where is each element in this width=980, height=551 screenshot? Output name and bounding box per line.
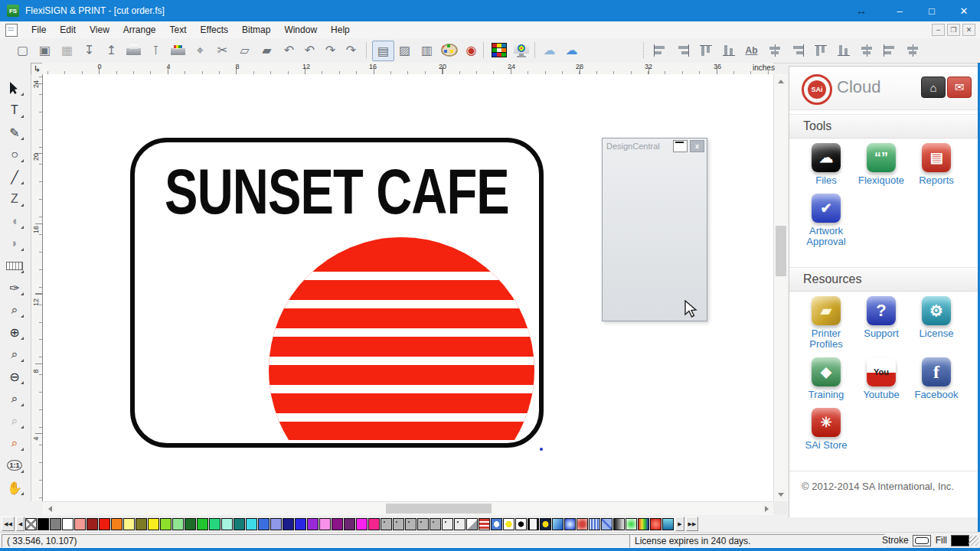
paste-object-button[interactable]: ▰ — [256, 41, 277, 60]
swatch-splash[interactable] — [491, 518, 502, 530]
open-document-button[interactable]: ▣ — [34, 41, 55, 60]
cloud-files-item[interactable]: ☁ Files — [799, 143, 854, 186]
line-tool[interactable]: ╱ — [3, 167, 26, 187]
zoom-inactive-tool[interactable]: ⌕ — [3, 411, 26, 431]
vertical-scrollbar[interactable] — [773, 74, 788, 501]
swatch-white[interactable] — [62, 518, 74, 530]
zoom-out-tool[interactable]: ⊖ — [3, 367, 26, 386]
swatch-plum[interactable] — [344, 518, 355, 530]
align-right-edges-button[interactable] — [672, 41, 693, 60]
toolbar-separator[interactable] — [534, 42, 535, 58]
swatch-gray[interactable] — [50, 518, 61, 530]
swatch-dark-green[interactable] — [185, 518, 196, 530]
horizontal-scroll-thumb[interactable] — [386, 504, 492, 514]
distribute-bottom-button[interactable] — [833, 41, 854, 60]
toolbar-separator[interactable] — [366, 42, 367, 58]
zoom-page-tool[interactable]: ⌕ — [3, 344, 26, 364]
distribute-center-button[interactable] — [856, 41, 877, 60]
swatch-wave[interactable] — [552, 518, 564, 530]
swatch-yellow-circle[interactable] — [503, 518, 514, 530]
swatch-tint-5[interactable] — [430, 518, 441, 530]
swatch-dark-red[interactable] — [87, 518, 98, 530]
minimize-button[interactable]: – — [884, 0, 916, 21]
distribute-h-button[interactable] — [879, 41, 900, 60]
cloud-printer-profiles-item[interactable]: ▰ Printer Profiles — [799, 296, 854, 350]
cloud-facebook-item[interactable]: f Facebook — [909, 357, 964, 400]
swatch-bowtie[interactable] — [528, 518, 539, 530]
zigzag-tool[interactable]: Z — [3, 189, 26, 209]
swatch-tint-3[interactable] — [405, 518, 416, 530]
swatch-no-color[interactable] — [25, 518, 37, 530]
color-mixer-button[interactable] — [488, 41, 509, 60]
shape-tool-2[interactable]: ◗ — [3, 233, 26, 253]
palette-next-button[interactable]: ▶ — [675, 517, 684, 531]
swatch-green-radial[interactable] — [626, 518, 637, 530]
cloud-sai-store-item[interactable]: ✳ SAi Store — [799, 408, 854, 451]
distribute-top-button[interactable] — [810, 41, 831, 60]
zoom-area-tool[interactable]: ⌕ — [3, 389, 26, 409]
palette-last-button[interactable]: ▶▶ — [686, 517, 699, 531]
cloud-support-item[interactable]: ? Support — [854, 296, 909, 350]
swatch-gray-gradient[interactable] — [613, 518, 625, 530]
undo-history-button[interactable]: ↶ — [299, 41, 320, 60]
scroll-up-button[interactable] — [776, 76, 786, 86]
swatch-yellow-green[interactable] — [160, 518, 172, 530]
zoom-in-tool[interactable]: ⊕ — [3, 322, 26, 342]
distribute-v-button[interactable] — [902, 41, 923, 60]
swatch-blue-cross[interactable] — [601, 518, 612, 530]
swatch-tint-1[interactable] — [381, 518, 392, 530]
print-button[interactable] — [123, 41, 144, 60]
display-profile-button[interactable] — [511, 41, 531, 60]
print-and-cut-button[interactable] — [168, 41, 188, 60]
swatch-pale-cyan[interactable] — [221, 518, 233, 530]
swatch-tint-2[interactable] — [393, 518, 404, 530]
measure-tool[interactable] — [3, 256, 26, 276]
scroll-left-button[interactable] — [44, 504, 55, 514]
swatch-periwinkle[interactable] — [270, 518, 282, 530]
swatch-orange[interactable] — [111, 518, 122, 530]
cut-plot-button[interactable]: ⊺ — [145, 41, 166, 60]
scroll-right-button[interactable] — [761, 504, 772, 514]
color-palette-button[interactable] — [439, 41, 459, 60]
export-file-button[interactable]: ↥ — [101, 41, 122, 60]
align-center-v-button[interactable] — [787, 41, 808, 60]
save-document-button[interactable]: ▦ — [57, 41, 77, 60]
swatch-black-diamond[interactable] — [515, 518, 527, 530]
swatch-rainbow[interactable] — [638, 518, 649, 530]
swatch-tint-6[interactable] — [442, 518, 453, 530]
mdi-minimize[interactable]: – — [932, 24, 945, 36]
swatch-tint-4[interactable] — [417, 518, 429, 530]
new-document-button[interactable]: ▢ — [12, 41, 33, 60]
cloud-license-item[interactable]: ⚙ License — [909, 296, 964, 350]
swatch-black[interactable] — [38, 518, 49, 530]
swatch-teal-gradient[interactable] — [662, 518, 674, 530]
zoom-1to1-tool[interactable]: 1:1 — [3, 455, 26, 475]
horizontal-scrollbar[interactable] — [43, 501, 773, 515]
close-button[interactable]: ✕ — [948, 0, 980, 21]
cloud-reports-item[interactable]: ▤ Reports — [909, 143, 964, 186]
swatch-olive[interactable] — [136, 518, 147, 530]
text-tool[interactable]: T — [3, 100, 26, 120]
shape-tool-1[interactable]: ◖ — [3, 211, 26, 231]
color-lookup-button[interactable]: ◉ — [461, 41, 482, 60]
swatch-red-radial[interactable] — [650, 518, 662, 530]
swatch-green[interactable] — [197, 518, 208, 530]
menu-help[interactable]: Help — [324, 22, 357, 37]
bezier-tool[interactable]: ✎ — [3, 122, 26, 142]
scroll-down-button[interactable] — [776, 489, 786, 500]
eyedropper-tool[interactable]: ✑ — [3, 278, 26, 298]
swatch-light-yellow[interactable] — [123, 518, 135, 530]
maximize-button[interactable]: □ — [916, 0, 948, 21]
vertical-scroll-thumb[interactable] — [776, 226, 786, 276]
swatch-red[interactable] — [99, 518, 110, 530]
ellipse-tool[interactable]: ○ — [3, 145, 26, 165]
anchor-point[interactable] — [540, 448, 543, 451]
align-center-h-button[interactable] — [764, 41, 785, 60]
swatch-violet[interactable] — [307, 518, 318, 530]
palette-first-button[interactable]: ◀◀ — [2, 517, 15, 531]
color-zoom-tool[interactable]: ⌕ — [3, 433, 26, 453]
design-central-close-button[interactable]: x — [690, 140, 704, 152]
menu-edit[interactable]: Edit — [53, 22, 83, 37]
toolbar-separator[interactable] — [483, 42, 484, 58]
fill-swatch[interactable] — [951, 535, 969, 546]
